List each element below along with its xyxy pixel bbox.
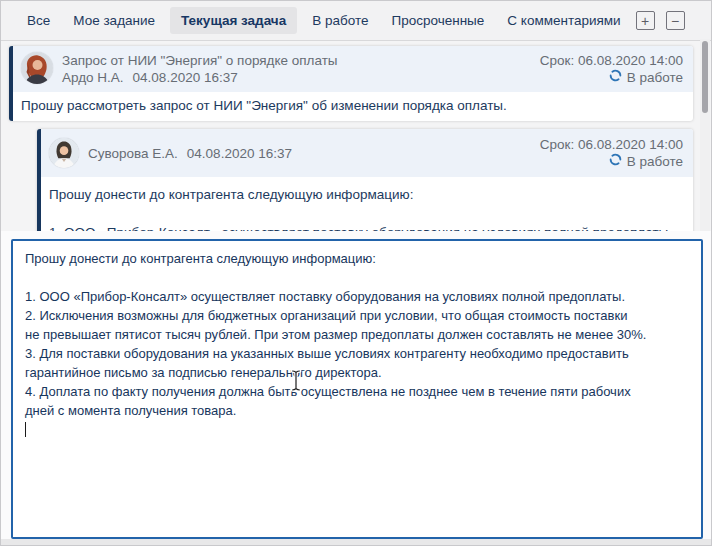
tab-overdue[interactable]: Просроченные (383, 7, 492, 34)
app-window: Все Мое задание Текущая задача В работе … (0, 0, 712, 546)
tab-in-progress[interactable]: В работе (304, 7, 376, 34)
comment-status-label: В работе (627, 153, 683, 170)
task-status-label: В работе (627, 69, 683, 86)
text-caret (25, 422, 26, 437)
comment-status[interactable]: В работе (540, 153, 683, 170)
reply-section: Прошу донести до контрагента следующую и… (1, 231, 711, 545)
task-datetime: 04.08.2020 16:37 (133, 69, 238, 86)
tab-my-task[interactable]: Мое задание (65, 7, 163, 34)
comment-deadline: Срок: 06.08.2020 14:00 (540, 136, 683, 153)
woman-red-hair-avatar (21, 52, 53, 84)
comment-meta: Суворова Е.А. 04.08.2020 16:37 (88, 145, 540, 162)
thread-scrollbar-track[interactable] (700, 39, 710, 231)
sync-icon (609, 69, 622, 86)
task-thread: Запрос от НИИ "Энергия" о порядке оплаты… (1, 41, 711, 231)
task-title: Запрос от НИИ "Энергия" о порядке оплаты (62, 52, 540, 69)
toolbar-actions: + − (636, 10, 712, 32)
sync-icon (609, 153, 622, 170)
task-card[interactable]: Запрос от НИИ "Энергия" о порядке оплаты… (9, 46, 693, 121)
comment-titles: Суворова Е.А. 04.08.2020 16:37 (88, 145, 540, 162)
comment-datetime: 04.08.2020 16:37 (187, 145, 292, 162)
comment-card[interactable]: Суворова Е.А. 04.08.2020 16:37 Срок: 06.… (37, 129, 693, 231)
reply-editor-text: Прошу донести до контрагента следующую и… (25, 251, 646, 418)
tab-all[interactable]: Все (19, 7, 58, 34)
comment-author: Суворова Е.А. (88, 145, 178, 162)
task-body: Прошу рассмотреть запрос от НИИ "Энергия… (13, 92, 693, 121)
tab-bar: Все Мое задание Текущая задача В работе … (1, 1, 711, 41)
comment-card-header: Суворова Е.А. 04.08.2020 16:37 Срок: 06.… (41, 129, 693, 177)
task-deadline-block: Срок: 06.08.2020 14:00 В работе (540, 52, 683, 86)
task-meta: Ардо Н.А. 04.08.2020 16:37 (62, 69, 540, 86)
task-deadline: Срок: 06.08.2020 14:00 (540, 52, 683, 69)
task-author: Ардо Н.А. (62, 69, 124, 86)
collapse-all-button[interactable]: − (666, 11, 685, 30)
comment-deadline-block: Срок: 06.08.2020 14:00 В работе (540, 136, 683, 170)
expand-all-button[interactable]: + (636, 11, 655, 30)
task-card-titles: Запрос от НИИ "Энергия" о порядке оплаты… (62, 52, 540, 86)
task-card-header: Запрос от НИИ "Энергия" о порядке оплаты… (13, 46, 693, 92)
thread-scrollbar-thumb[interactable] (702, 41, 708, 113)
reply-editor[interactable]: Прошу донести до контрагента следующую и… (11, 239, 703, 539)
task-status[interactable]: В работе (540, 69, 683, 86)
woman-white-coat-avatar (49, 138, 79, 168)
comment-body: Прошу донести до контрагента следующую и… (41, 177, 693, 231)
tab-current-task[interactable]: Текущая задача (170, 7, 297, 34)
tab-with-comments[interactable]: С комментариями (499, 7, 628, 34)
